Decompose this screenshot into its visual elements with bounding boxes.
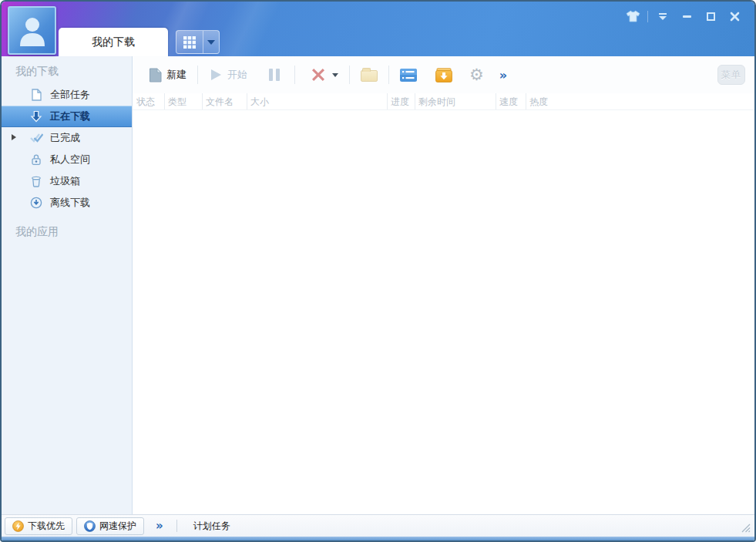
start-label: 开始	[227, 68, 247, 82]
move-to-box-button[interactable]	[430, 64, 458, 86]
statusbar-separator	[176, 520, 177, 532]
sidebar-item-downloading[interactable]: 正在下载	[2, 106, 132, 127]
column-header-status[interactable]: 状态	[133, 93, 164, 109]
main-menu-icon	[659, 13, 667, 20]
statusbar: 下载优先 网速保护 » 计划任务	[2, 514, 754, 537]
sidebar-item-label: 离线下载	[50, 196, 90, 210]
open-folder-button[interactable]	[355, 64, 383, 86]
speed-protection-button[interactable]: 网速保护	[76, 517, 144, 535]
column-header-speed[interactable]: 速度	[496, 93, 526, 109]
download-arrow-icon	[29, 110, 43, 123]
toolbar-more-button[interactable]: »	[494, 64, 512, 86]
sidebar-item-private-space[interactable]: 私人空间	[2, 149, 132, 170]
menu-button-label: 菜单	[721, 69, 741, 82]
close-icon	[730, 12, 740, 22]
new-task-label: 新建	[166, 68, 186, 82]
toolbar-separator	[294, 66, 295, 84]
window-bottom-edge	[2, 537, 754, 540]
menu-button[interactable]: 菜单	[717, 65, 745, 85]
sidebar-item-all-tasks[interactable]: 全部任务	[2, 84, 132, 106]
gear-icon: ⚙	[469, 67, 484, 83]
sidebar-item-label: 全部任务	[50, 88, 90, 102]
resize-grip[interactable]	[741, 523, 751, 535]
close-button[interactable]	[725, 8, 744, 24]
resize-grip-icon	[741, 523, 751, 533]
trash-icon	[29, 175, 43, 187]
skin-button[interactable]	[623, 8, 642, 24]
delete-x-icon	[311, 67, 326, 82]
sidebar-item-trash[interactable]: 垃圾箱	[2, 170, 132, 192]
download-box-icon	[435, 68, 452, 82]
statusbar-more-button[interactable]: »	[156, 519, 163, 533]
delete-options-caret-icon[interactable]	[332, 73, 338, 77]
grid-icon	[176, 35, 203, 49]
chevron-down-icon	[207, 40, 215, 45]
skin-tshirt-icon	[626, 10, 640, 22]
sidebar-section-my-downloads: 我的下载	[2, 61, 132, 81]
tab-dropdown-button[interactable]	[203, 40, 219, 45]
view-mode-button[interactable]	[395, 65, 422, 86]
speed-protection-label: 网速保护	[99, 520, 136, 533]
sidebar-item-label: 已完成	[50, 131, 80, 145]
maximize-icon	[707, 12, 715, 21]
column-header-progress[interactable]: 进度	[387, 93, 415, 109]
download-priority-label: 下载优先	[28, 520, 65, 533]
delete-button[interactable]	[305, 63, 344, 86]
minimize-icon	[683, 15, 691, 18]
main-menu-button[interactable]	[654, 8, 672, 24]
play-icon	[209, 68, 223, 82]
sidebar-item-completed[interactable]: 已完成	[2, 127, 132, 149]
download-priority-button[interactable]: 下载优先	[5, 517, 72, 535]
shield-circle-icon	[84, 520, 96, 532]
start-button[interactable]: 开始	[203, 64, 253, 86]
main-content: 新建 开始	[133, 56, 754, 514]
avatar[interactable]	[8, 6, 56, 55]
apps-grid-button[interactable]	[176, 30, 220, 54]
tab-label: 我的下载	[92, 35, 135, 49]
column-header-size[interactable]: 大小	[247, 93, 387, 109]
toolbar-separator	[197, 66, 198, 84]
sidebar-item-label: 垃圾箱	[50, 174, 80, 188]
double-check-icon	[29, 133, 43, 143]
tab-my-downloads[interactable]: 我的下载	[59, 28, 168, 56]
column-header-type[interactable]: 类型	[164, 93, 202, 109]
expand-arrow-icon[interactable]	[12, 134, 16, 140]
sidebar-item-label: 正在下载	[50, 109, 90, 123]
app-window: 我的下载	[0, 0, 756, 542]
pause-icon	[269, 69, 280, 81]
maximize-button[interactable]	[701, 8, 720, 24]
offline-download-icon	[29, 197, 43, 209]
sidebar-items: 全部任务 正在下载	[2, 84, 132, 214]
column-header-remaining-time[interactable]: 剩余时间	[415, 93, 496, 109]
minimize-button[interactable]	[677, 8, 696, 24]
task-list-empty	[133, 110, 754, 514]
body-area: 我的下载 全部任务	[2, 56, 754, 514]
toolbar-separator	[349, 66, 350, 84]
sidebar-section-my-apps: 我的应用	[2, 221, 132, 241]
sidebar-item-offline-download[interactable]: 离线下载	[2, 192, 132, 214]
double-chevron-right-icon: »	[499, 68, 507, 82]
lock-icon	[29, 153, 43, 166]
controls-separator	[647, 11, 648, 22]
sidebar-item-label: 私人空间	[50, 153, 90, 167]
column-header-filename[interactable]: 文件名	[202, 93, 247, 109]
settings-button[interactable]: ⚙	[464, 63, 489, 87]
titlebar: 我的下载	[2, 2, 754, 56]
list-view-icon	[400, 69, 417, 82]
new-task-button[interactable]: 新建	[143, 64, 192, 86]
new-document-icon	[149, 68, 162, 82]
pause-button[interactable]	[264, 65, 285, 85]
task-table-header: 状态 类型 文件名 大小 进度 剩余时间 速度 热度	[133, 93, 754, 110]
person-icon	[17, 15, 48, 47]
scheduled-tasks-button[interactable]: 计划任务	[186, 520, 238, 533]
toolbar: 新建 开始	[133, 56, 754, 93]
lightning-circle-icon	[12, 520, 24, 532]
folder-icon	[361, 70, 378, 82]
window-controls	[623, 8, 744, 24]
document-icon	[29, 89, 43, 101]
column-header-popularity[interactable]: 热度	[526, 93, 754, 109]
toolbar-separator	[388, 66, 389, 84]
sidebar: 我的下载 全部任务	[2, 56, 133, 514]
